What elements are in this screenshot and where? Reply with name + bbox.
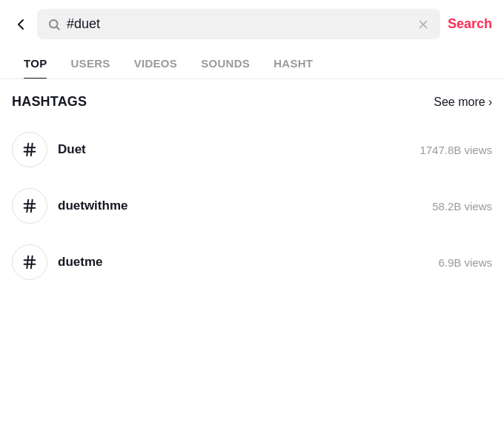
svg-line-10	[27, 200, 28, 213]
svg-line-7	[31, 144, 33, 156]
hashtag-name: duetwithme	[58, 198, 432, 213]
hashtag-views: 1747.8B views	[420, 144, 492, 156]
search-input[interactable]	[67, 16, 411, 32]
header: Search	[0, 0, 504, 48]
hashtag-item[interactable]: duetme 6.9B views	[12, 234, 492, 290]
hashtag-icon	[12, 244, 47, 280]
see-more-label: See more	[434, 96, 485, 109]
search-bar	[37, 9, 440, 39]
tabs-bar: TOP USERS VIDEOS SOUNDS HASHT	[0, 48, 504, 79]
hashtags-title: HASHTAGS	[12, 94, 87, 110]
tab-videos[interactable]: VIDEOS	[122, 48, 189, 79]
chevron-right-icon: ›	[488, 96, 492, 109]
svg-line-1	[56, 27, 59, 29]
tab-users[interactable]: USERS	[59, 48, 122, 79]
search-button[interactable]: Search	[448, 16, 492, 32]
hashtags-section-header: HASHTAGS See more ›	[12, 94, 492, 110]
hashtag-name: Duet	[58, 142, 420, 157]
hashtag-item[interactable]: duetwithme 58.2B views	[12, 178, 492, 234]
svg-line-15	[31, 256, 33, 269]
hashtag-item[interactable]: Duet 1747.8B views	[12, 121, 492, 178]
content-area: HASHTAGS See more › Duet 1747.8B views	[0, 79, 504, 305]
clear-button[interactable]	[417, 18, 430, 31]
hashtag-name: duetme	[58, 255, 438, 270]
svg-line-6	[27, 144, 28, 156]
see-more-button[interactable]: See more ›	[434, 96, 492, 109]
hashtag-views: 58.2B views	[432, 200, 492, 213]
back-button[interactable]	[12, 16, 30, 33]
tab-hashtags[interactable]: HASHT	[262, 48, 325, 79]
hashtag-views: 6.9B views	[438, 256, 492, 269]
hashtag-list: Duet 1747.8B views duetwithme 58.2B view…	[12, 121, 492, 290]
svg-line-11	[31, 200, 33, 213]
tab-sounds[interactable]: SOUNDS	[189, 48, 262, 79]
svg-line-14	[27, 256, 28, 269]
hashtag-icon	[12, 132, 47, 167]
tab-top[interactable]: TOP	[12, 48, 59, 79]
hashtag-icon	[12, 188, 47, 224]
search-icon	[47, 18, 61, 31]
